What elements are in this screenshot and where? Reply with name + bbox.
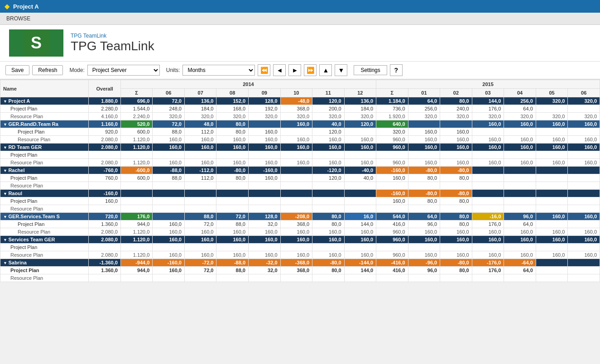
row-name: Resource Plan xyxy=(0,228,89,236)
row-name: Resource Plan xyxy=(0,159,89,167)
table-row: Project Plan160,0160,080,080,0 xyxy=(0,197,600,205)
nav-next-button[interactable]: ► xyxy=(288,64,301,76)
col-m09-2014: 09 xyxy=(249,89,281,97)
table-row: Resource Plan4.160,02.240,0320,0320,0320… xyxy=(0,113,600,120)
row-name: Project Plan xyxy=(0,197,89,205)
col-header-name: Name xyxy=(0,80,89,97)
row-name: Resource Plan xyxy=(0,113,89,120)
units-label: Units: xyxy=(166,67,180,73)
col-sigma-2015: Σ xyxy=(376,89,408,97)
save-button[interactable]: Save xyxy=(5,65,29,75)
table-row: Resource Plan xyxy=(0,205,600,213)
row-name: Resource Plan xyxy=(0,274,89,282)
browse-bar: BROWSE xyxy=(0,13,600,25)
app-header: S TPG TeamLink TPG TeamLink xyxy=(0,25,600,62)
row-name: Resource Plan xyxy=(0,182,89,190)
row-name: ▼ Raoul xyxy=(0,190,89,197)
year-2014-header: 2014 xyxy=(120,80,376,89)
table-row: ▼ GER.Services.Team S720,0176,088,072,01… xyxy=(0,213,600,220)
col-m07-2014: 07 xyxy=(184,89,216,97)
table-row: Resource Plan xyxy=(0,274,600,282)
row-name: ▼ RD Team GER xyxy=(0,144,89,151)
row-name: Project Plan xyxy=(0,267,89,274)
table-row: Resource Plan2.080,01.120,0160,0160,0160… xyxy=(0,159,600,167)
table-row: Resource Plan xyxy=(0,182,600,190)
mode-label: Mode: xyxy=(69,67,84,73)
refresh-button[interactable]: Refresh xyxy=(32,65,63,75)
row-name: ▼ GER.Services.Team S xyxy=(0,213,89,220)
table-row: Project Plan xyxy=(0,151,600,159)
table-row: Resource Plan2.080,01.120,0160,0160,0160… xyxy=(0,228,600,236)
col-m11-2014: 11 xyxy=(312,89,345,97)
row-name: Project Plan xyxy=(0,128,89,136)
row-name: ▼ Sabrina xyxy=(0,259,89,267)
table-row: ▼ Project A1.880,0696,072,0136,0152,0128… xyxy=(0,97,600,105)
toolbar: Save Refresh Mode: Project Server Units:… xyxy=(0,62,600,80)
table-row: Resource Plan2.080,01.120,0160,0160,0160… xyxy=(0,136,600,144)
title-bar: ◆ Project A xyxy=(0,0,600,13)
table-row: Project Plan2.280,01.544,0248,0184,0168,… xyxy=(0,105,600,113)
table-row: ▼ Sabrina-1.360,0-944,0-160,0-72,0-88,0-… xyxy=(0,259,600,267)
row-name: ▼ Rachel xyxy=(0,167,89,174)
table-row: ▼ Raoul-160,0-160,0-80,0-80,0 xyxy=(0,190,600,197)
col-m04-2015: 04 xyxy=(504,89,536,97)
row-name: Project Plan xyxy=(0,151,89,159)
app-logo: S xyxy=(9,29,63,57)
row-name: Resource Plan xyxy=(0,251,89,259)
data-table: Name Overall 2014 2015 Σ 06 07 08 09 10 … xyxy=(0,80,600,282)
row-name: Project Plan xyxy=(0,244,89,251)
table-row: Project Plan xyxy=(0,244,600,251)
main-content: Name Overall 2014 2015 Σ 06 07 08 09 10 … xyxy=(0,80,600,282)
nav-first-button[interactable]: ⏪ xyxy=(258,64,270,76)
col-sigma-2014: Σ xyxy=(120,89,153,97)
table-row: Project Plan1.360,0944,0160,072,088,032,… xyxy=(0,220,600,228)
table-row: Project Plan760,0600,088,0112,080,0160,0… xyxy=(0,174,600,182)
col-m06-2014: 06 xyxy=(153,89,185,97)
table-row: ▼ RD Team GER2.080,01.120,0160,0160,0160… xyxy=(0,144,600,151)
mode-select[interactable]: Project Server xyxy=(87,65,160,76)
help-button[interactable]: ? xyxy=(390,64,403,76)
col-m03-2015: 03 xyxy=(472,89,504,97)
year-header-row: Name Overall 2014 2015 xyxy=(0,80,600,89)
app-title: TPG TeamLink xyxy=(71,39,154,53)
row-name: Project Plan xyxy=(0,174,89,182)
app-subtitle: TPG TeamLink xyxy=(71,33,154,39)
table-row: Project Plan1.360,0944,0160,072,088,032,… xyxy=(0,267,600,274)
row-name: ▼ Project A xyxy=(0,97,89,105)
col-m10-2014: 10 xyxy=(280,89,312,97)
col-header-overall: Overall xyxy=(89,80,121,97)
row-name: Resource Plan xyxy=(0,136,89,144)
app-title-block: TPG TeamLink TPG TeamLink xyxy=(71,33,154,53)
units-select[interactable]: Months xyxy=(182,65,255,76)
svg-text:S: S xyxy=(31,34,42,52)
table-row: Project Plan920,0600,088,0112,080,0160,0… xyxy=(0,128,600,136)
table-body: ▼ Project A1.880,0696,072,0136,0152,0128… xyxy=(0,97,600,282)
row-name: Resource Plan xyxy=(0,205,89,213)
browse-label: BROWSE xyxy=(6,15,30,22)
table-row: ▼ GER.RandD.Team Ra1.160,0520,072,048,08… xyxy=(0,120,600,128)
col-m12-2014: 12 xyxy=(344,89,376,97)
table-row: Resource Plan2.080,01.120,0160,0160,0160… xyxy=(0,251,600,259)
row-name: ▼ GER.RandD.Team Ra xyxy=(0,120,89,128)
year-2015-header: 2015 xyxy=(376,80,600,89)
settings-button[interactable]: Settings xyxy=(354,65,387,75)
nav-prev-button[interactable]: ◄ xyxy=(273,64,286,76)
col-m06-2015: 06 xyxy=(568,89,600,97)
row-name: Project Plan xyxy=(0,220,89,228)
col-m01-2015: 01 xyxy=(408,89,440,97)
nav-up-button[interactable]: ▲ xyxy=(319,64,332,76)
title-bar-text: Project A xyxy=(13,3,39,10)
col-m05-2015: 05 xyxy=(536,89,568,97)
row-name: ▼ Services Team GER xyxy=(0,236,89,244)
col-m02-2015: 02 xyxy=(440,89,472,97)
row-name: Project Plan xyxy=(0,105,89,113)
nav-down-button[interactable]: ▼ xyxy=(335,64,347,76)
table-row: ▼ Services Team GER2.080,01.120,0160,016… xyxy=(0,236,600,244)
app-icon: ◆ xyxy=(5,3,10,10)
col-m08-2014: 08 xyxy=(216,89,249,97)
table-row: ▼ Rachel-760,0-600,0-88,0-112,0-80,0-160… xyxy=(0,167,600,174)
nav-last-button[interactable]: ⏩ xyxy=(304,64,317,76)
